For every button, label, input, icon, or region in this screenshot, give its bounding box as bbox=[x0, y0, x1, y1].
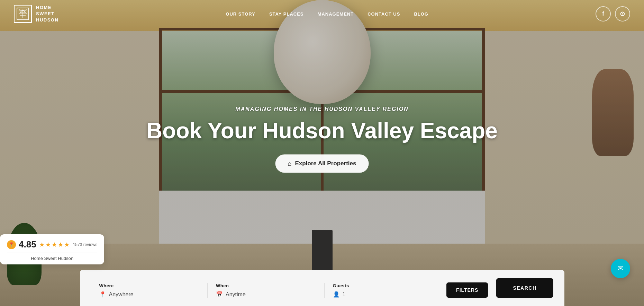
rating-score: 4.85 bbox=[19, 239, 36, 250]
chat-icon: ✉ bbox=[617, 264, 624, 273]
facebook-button[interactable]: f bbox=[596, 6, 611, 21]
hero-title: Book Your Hudson Valley Escape bbox=[146, 117, 498, 143]
guests-input[interactable] bbox=[343, 291, 433, 298]
where-label: Where bbox=[99, 283, 199, 288]
home-icon: ⌂ bbox=[288, 160, 292, 167]
nav-links: OUR STORY STAY PLACES MANAGEMENT CONTACT… bbox=[226, 11, 428, 17]
filters-button[interactable]: FILTERS bbox=[446, 282, 488, 298]
person-icon: 👤 bbox=[333, 291, 340, 298]
star-2: ★ bbox=[45, 241, 51, 248]
logo[interactable]: HOME SWEET HUDSON bbox=[14, 5, 58, 24]
facebook-icon: f bbox=[602, 11, 604, 17]
star-3: ★ bbox=[52, 241, 57, 248]
search-bar: Where 📍 When 📅 Guests 👤 FILTERS SEARCH bbox=[80, 270, 564, 306]
rating-name: Home Sweet Hudson bbox=[7, 253, 97, 261]
star-5: ★ bbox=[64, 241, 70, 248]
search-button[interactable]: SEARCH bbox=[496, 278, 553, 298]
rating-pin-icon: 📍 bbox=[7, 240, 16, 249]
chat-button[interactable]: ✉ bbox=[611, 259, 630, 278]
star-1: ★ bbox=[39, 241, 45, 248]
nav-management[interactable]: MANAGEMENT bbox=[318, 11, 354, 17]
when-label: When bbox=[216, 283, 316, 288]
hero-subtitle: MANAGING HOMES IN THE HUDSON VALLEY REGI… bbox=[146, 106, 498, 112]
where-field: Where 📍 bbox=[91, 283, 208, 298]
navbar: HOME SWEET HUDSON OUR STORY STAY PLACES … bbox=[0, 0, 644, 28]
nav-stay-places[interactable]: STAY PLACES bbox=[269, 11, 304, 17]
star-4: ★ bbox=[58, 241, 63, 248]
when-input[interactable] bbox=[226, 291, 316, 298]
guests-label: Guests bbox=[333, 283, 433, 288]
nav-contact-us[interactable]: CONTACT US bbox=[368, 11, 400, 17]
location-icon: 📍 bbox=[99, 291, 106, 298]
explore-button[interactable]: ⌂ Explore All Properties bbox=[275, 154, 369, 173]
where-input[interactable] bbox=[109, 291, 199, 298]
nav-blog[interactable]: BLOG bbox=[414, 11, 428, 17]
nav-our-story[interactable]: OUR STORY bbox=[226, 11, 255, 17]
rating-reviews: 1573 reviews bbox=[73, 242, 98, 247]
hero-content: MANAGING HOMES IN THE HUDSON VALLEY REGI… bbox=[146, 106, 498, 173]
explore-label: Explore All Properties bbox=[295, 160, 356, 167]
instagram-button[interactable]: ⊙ bbox=[615, 6, 630, 21]
logo-text: HOME SWEET HUDSON bbox=[36, 5, 58, 24]
logo-icon bbox=[14, 5, 32, 23]
social-icons: f ⊙ bbox=[596, 6, 630, 21]
guests-field: Guests 👤 bbox=[325, 283, 441, 298]
instagram-icon: ⊙ bbox=[620, 10, 625, 18]
rating-badge: 📍 4.85 ★ ★ ★ ★ ★ 1573 reviews Home Sweet… bbox=[0, 234, 104, 264]
calendar-icon: 📅 bbox=[216, 291, 223, 298]
hero-section: HOME SWEET HUDSON OUR STORY STAY PLACES … bbox=[0, 0, 644, 306]
rating-stars: ★ ★ ★ ★ ★ bbox=[39, 241, 70, 248]
when-field: When 📅 bbox=[208, 283, 325, 298]
